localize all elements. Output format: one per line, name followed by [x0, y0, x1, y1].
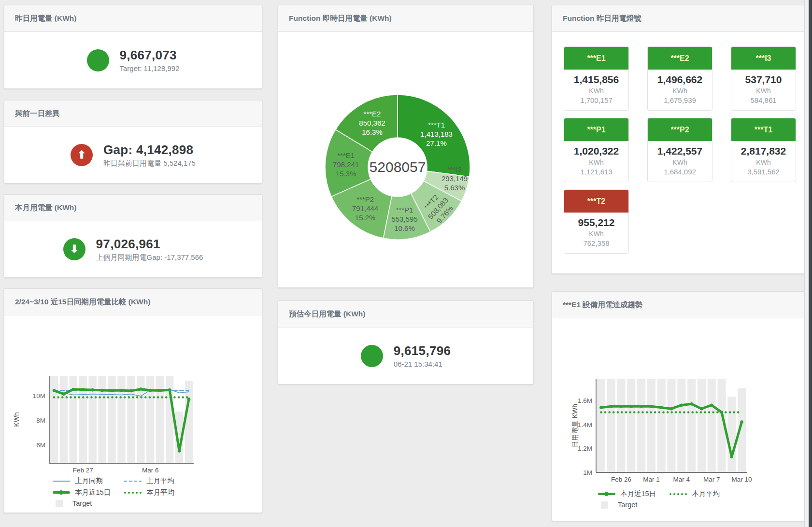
tile-target-value: 3,591,562: [733, 168, 794, 176]
tile-value: 2,817,832: [733, 145, 794, 157]
y-axis-title: 日用電量 KWh: [571, 404, 579, 447]
series-marker: [710, 403, 713, 407]
series-marker: [129, 389, 133, 393]
kpi-text-block: 9,667,073 Target: 11,128,992: [120, 48, 180, 72]
status-tiles-grid: ***E11,415,856KWh1,700,157***E21,496,662…: [552, 32, 806, 254]
tile-value: 1,422,557: [650, 145, 710, 157]
card-title: 與前一日差異: [4, 100, 262, 127]
status-tile-body: 1,496,662KWh1,675,939: [648, 70, 712, 110]
tile-target-value: 584,861: [733, 96, 794, 104]
legend-label: 本月平均: [692, 489, 720, 499]
x-tick-label: Mar 10: [732, 476, 752, 483]
legend-item: 本月近15日: [53, 488, 111, 497]
status-tile-header: ***T2: [564, 190, 628, 213]
legend-label: 本月近15日: [75, 488, 111, 497]
series-marker: [670, 407, 673, 411]
series-marker: [139, 387, 142, 391]
series-marker: [599, 406, 603, 409]
legend-item: 上月同期: [53, 476, 111, 485]
scrollbar-thumb[interactable]: [809, 0, 812, 527]
y-tick-label: 1.4M: [578, 421, 592, 428]
series-marker: [640, 405, 643, 408]
series-marker: [168, 388, 171, 392]
target-bar: [156, 376, 164, 463]
card-title: ***E1 設備用電達成趨勢: [552, 292, 806, 318]
legend-swatch-icon: [53, 491, 70, 494]
legend-swatch-icon: [124, 481, 142, 482]
legend-swatch-icon: [53, 481, 70, 482]
series-marker: [690, 402, 693, 406]
status-tile-body: 537,710KWh584,861: [731, 70, 796, 110]
card-realtime-donut: Function 即時日用電量 (KWh) ***T11,413,18327.1…: [278, 5, 534, 288]
series-marker: [158, 389, 162, 392]
card-yesterday-usage: 昨日用電量 (KWh) 9,667,073 Target: 11,128,992: [4, 5, 262, 89]
card-title: 昨日用電量 (KWh): [4, 5, 262, 32]
card-title: 預估今日用電量 (KWh): [278, 301, 533, 328]
status-tile-header: ***E2: [648, 47, 712, 70]
kpi-value: 9,667,073: [120, 48, 180, 63]
kpi-subtitle: 上個月同期用電Gap: -17,377,566: [96, 253, 203, 262]
kpi-subtitle: 06-21 15:34:41: [394, 360, 451, 368]
target-bar: [50, 376, 58, 463]
status-circle-icon: [361, 345, 383, 367]
e1-trend-line-chart: 1M1.2M1.4M1.6MFeb 26Mar 1Mar 4Mar 7Mar 1…: [552, 321, 806, 487]
kpi-value: 9,615,796: [394, 343, 451, 358]
series-marker: [740, 420, 743, 424]
y-tick-label: 1.2M: [578, 445, 592, 452]
status-tile: ***I3537,710KWh584,861: [731, 46, 796, 111]
tile-target-value: 1,684,092: [650, 168, 710, 176]
legend-swatch-dot: [59, 490, 63, 495]
tile-value: 537,710: [733, 74, 794, 85]
tile-unit: KWh: [733, 158, 794, 166]
status-tile-body: 1,020,322KWh1,121,613: [564, 141, 628, 182]
legend-swatch-icon: [56, 500, 63, 507]
tile-target-value: 762,358: [566, 239, 627, 247]
series-marker: [53, 389, 56, 392]
legend-swatch-icon: [124, 492, 142, 494]
target-bar: [677, 379, 685, 472]
y-tick-label: 8M: [36, 417, 45, 424]
kpi-text-block: 97,026,961 上個月同期用電Gap: -17,377,566: [96, 237, 203, 262]
target-bar: [617, 379, 626, 472]
legend-item: 本月平均: [670, 489, 727, 499]
card-today-estimate: 預估今日用電量 (KWh) 9,615,796 06-21 15:34:41: [278, 300, 534, 385]
card-yesterday-lights: Function 昨日用電燈號 ***E11,415,856KWh1,700,1…: [552, 5, 807, 274]
tile-unit: KWh: [650, 87, 710, 95]
tile-target-value: 1,121,613: [566, 168, 627, 176]
status-tile-body: 955,212KWh762,358: [564, 213, 628, 253]
legend-row: Target: [53, 499, 182, 507]
tile-value: 1,020,322: [566, 145, 627, 157]
status-tile-header: ***P1: [564, 118, 628, 141]
status-tile-header: ***I3: [731, 47, 796, 70]
target-bar: [597, 379, 605, 472]
series-marker: [178, 449, 181, 453]
legend-item: 本月近15日: [598, 489, 656, 499]
status-tile-header: ***P2: [648, 118, 712, 141]
compare-line-chart: 6M8M10MFeb 27Mar 6KWh: [4, 318, 262, 482]
status-tile: ***P11,020,322KWh1,121,613: [564, 118, 629, 182]
status-tile-body: 2,817,832KWh3,591,562: [731, 141, 796, 182]
target-bar: [647, 379, 655, 472]
legend-item: Target: [53, 499, 111, 507]
series-marker: [62, 392, 66, 396]
status-tile-header: ***T1: [731, 118, 796, 141]
series-marker: [149, 389, 152, 392]
series-marker: [650, 405, 653, 408]
legend-row: 本月近15日本月平均: [598, 489, 727, 499]
status-tile-header: ***E1: [564, 47, 628, 70]
tile-target-value: 1,700,157: [566, 96, 627, 104]
target-bar: [687, 379, 696, 472]
tile-unit: KWh: [733, 87, 794, 95]
y-tick-label: 1M: [583, 469, 592, 476]
status-tile: ***E11,415,856KWh1,700,157: [564, 46, 629, 111]
target-bar: [607, 379, 615, 472]
series-marker: [660, 406, 663, 409]
series-marker: [620, 405, 623, 408]
x-tick-label: Mar 1: [643, 476, 660, 483]
series-marker: [120, 389, 123, 392]
legend-row: Target: [598, 501, 727, 509]
card-title: Function 昨日用電燈號: [552, 5, 806, 32]
x-tick-label: Mar 6: [142, 467, 159, 474]
legend-label: Target: [618, 501, 637, 509]
series-marker: [72, 388, 75, 391]
